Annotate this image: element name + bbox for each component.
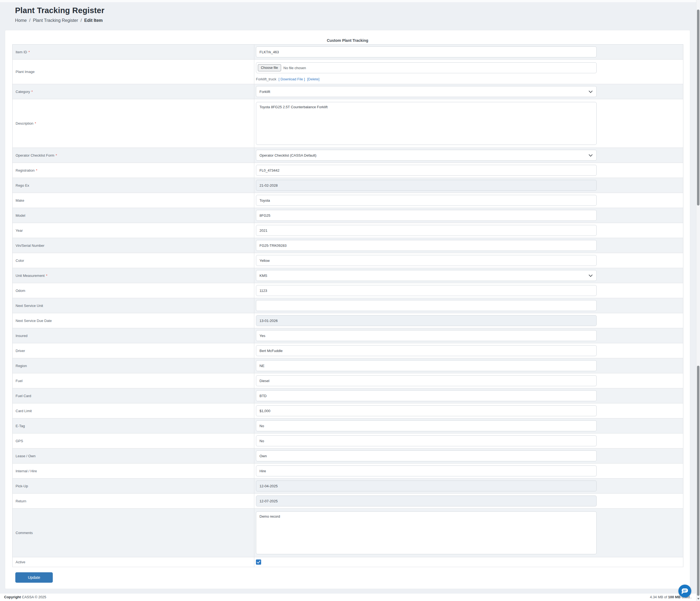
field-value-cell <box>254 478 683 493</box>
field-value-cell <box>254 298 683 313</box>
top-strip <box>0 0 700 2</box>
form-row-unit-measurement: Unit Measurement*KMS <box>12 268 683 283</box>
field-label: Insured <box>16 334 27 338</box>
year-input[interactable] <box>256 225 597 236</box>
form-row-card-limit: Card Limit <box>12 403 683 418</box>
operator-checklist-form-select[interactable]: Operator Checklist (CASSA Default) <box>256 150 597 161</box>
scrollbar[interactable] <box>696 0 700 601</box>
field-label-cell: Color <box>12 253 254 268</box>
item-id-input[interactable] <box>256 47 597 57</box>
form-heading: Custom Plant Tracking <box>5 38 690 43</box>
field-value-cell <box>254 283 683 298</box>
file-input[interactable]: Choose fileNo file chosen <box>256 62 597 73</box>
form-row-return: Return <box>12 494 683 508</box>
field-value-cell <box>254 178 683 193</box>
form-row-odom: Odom <box>12 283 683 298</box>
lease-own-input[interactable] <box>256 450 597 461</box>
field-value-cell <box>254 418 683 433</box>
form-row-plant-image: Plant ImageChoose fileNo file chosenFork… <box>12 59 683 84</box>
fuel-input[interactable] <box>256 375 597 386</box>
next-service-unit-input[interactable] <box>256 300 597 311</box>
breadcrumb-plant-tracking-register[interactable]: Plant Tracking Register <box>33 18 78 23</box>
field-value-cell: KMS <box>254 268 683 283</box>
choose-file-button[interactable]: Choose file <box>258 64 281 71</box>
field-value-cell <box>254 388 683 403</box>
form-card: Custom Plant Tracking Item ID*Plant Imag… <box>5 30 690 589</box>
update-button[interactable]: Update <box>15 572 53 583</box>
comments-textarea[interactable] <box>256 511 597 554</box>
card-limit-input[interactable] <box>256 405 597 416</box>
required-asterisk: * <box>36 168 37 173</box>
form-row-color: Color <box>12 253 683 268</box>
field-label-cell: Registration* <box>12 163 254 178</box>
unit-measurement-select[interactable]: KMS <box>256 270 597 281</box>
odom-input[interactable] <box>256 285 597 296</box>
field-label: Description <box>16 121 33 126</box>
page-title: Plant Tracking Register <box>15 6 104 15</box>
field-value-cell <box>254 464 683 478</box>
form-row-make: Make <box>12 193 683 208</box>
scrollbar-thumb[interactable] <box>697 9 699 206</box>
return-input[interactable] <box>256 496 597 506</box>
scroll-down-arrow-icon[interactable] <box>697 598 699 600</box>
category-select[interactable]: Forklift <box>256 86 597 97</box>
field-label-cell: Model <box>12 208 254 223</box>
make-input[interactable] <box>256 195 597 206</box>
form-row-e-tag: E-Tag <box>12 418 683 434</box>
page: Plant Tracking Register Home/Plant Track… <box>0 0 700 601</box>
active-checkbox[interactable] <box>256 559 261 565</box>
field-label-cell: Card Limit <box>12 403 254 418</box>
form-row-internal-hire: Internal / Hire <box>12 464 683 478</box>
rego-ex-input[interactable] <box>256 180 597 191</box>
gps-input[interactable] <box>256 435 597 446</box>
field-label-cell: Make <box>12 193 254 208</box>
field-label-cell: Year <box>12 223 254 238</box>
vin-serial-number-input[interactable] <box>256 240 597 251</box>
color-input[interactable] <box>256 255 597 266</box>
chevron-down-icon <box>589 89 593 93</box>
form-row-registration: Registration* <box>12 163 683 178</box>
insured-input[interactable] <box>256 330 597 341</box>
chevron-down-icon <box>589 153 593 157</box>
chat-widget-button[interactable] <box>678 584 691 597</box>
internal-hire-input[interactable] <box>256 466 597 476</box>
fuel-card-input[interactable] <box>256 390 597 401</box>
field-label-cell: Region <box>12 358 254 373</box>
form-row-pick-up: Pick-Up <box>12 478 683 494</box>
copyright-rest: CASSA © 2025 <box>21 595 46 599</box>
e-tag-input[interactable] <box>256 420 597 431</box>
field-label-cell: Internal / Hire <box>12 464 254 478</box>
download-file-link[interactable]: [ Download File ] <box>278 77 305 81</box>
field-label: Odom <box>16 289 25 293</box>
field-label-cell: Next Service Unit <box>12 298 254 313</box>
description-textarea[interactable] <box>256 102 597 145</box>
scrollbar-thumb[interactable] <box>697 366 699 596</box>
field-value-cell: Choose fileNo file chosenForklift_truck[… <box>254 59 683 84</box>
field-label: Unit Measurement <box>16 273 45 278</box>
field-label: Operator Checklist Form <box>16 153 54 157</box>
field-label-cell: E-Tag <box>12 418 254 433</box>
field-label: Card Limit <box>16 409 32 413</box>
selected-value: Operator Checklist (CASSA Default) <box>259 153 316 157</box>
next-service-due-date-input[interactable] <box>256 315 597 326</box>
breadcrumb-home[interactable]: Home <box>15 18 27 23</box>
field-label: Year <box>16 229 23 233</box>
delete-file-link[interactable]: [Delete] <box>307 77 319 81</box>
form-table: Item ID*Plant ImageChoose fileNo file ch… <box>12 44 683 567</box>
field-value-cell <box>254 343 683 358</box>
field-value-cell: Forklift <box>254 84 683 99</box>
field-label-cell: Unit Measurement* <box>12 268 254 283</box>
field-value-cell <box>254 403 683 418</box>
required-asterisk: * <box>28 50 30 54</box>
breadcrumb-separator: / <box>81 18 82 23</box>
pick-up-input[interactable] <box>256 480 597 491</box>
form-row-operator-checklist-form: Operator Checklist Form*Operator Checkli… <box>12 148 683 163</box>
field-label-cell: Rego Ex <box>12 178 254 193</box>
region-input[interactable] <box>256 360 597 371</box>
driver-input[interactable] <box>256 345 597 356</box>
field-label: Category <box>16 90 30 94</box>
field-label-cell: Fuel Card <box>12 388 254 403</box>
uploaded-file-row: Forklift_truck[ Download File ][Delete] <box>256 77 597 81</box>
model-input[interactable] <box>256 210 597 221</box>
registration-input[interactable] <box>256 165 597 176</box>
